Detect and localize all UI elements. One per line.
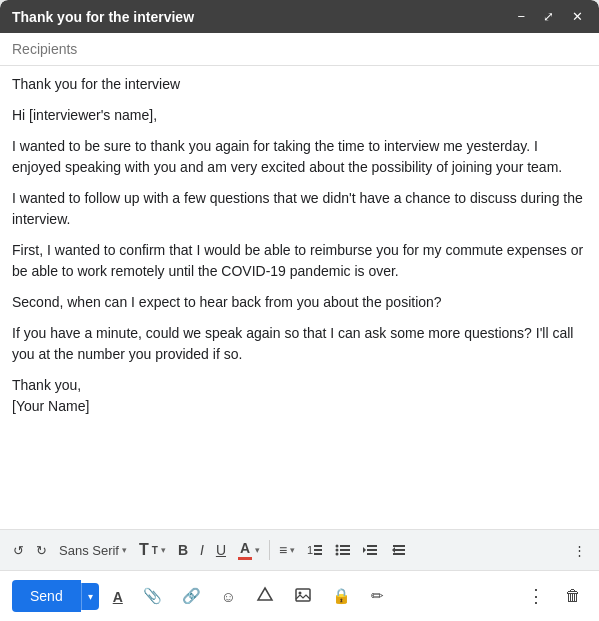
format-text-icon: A: [113, 589, 123, 605]
insert-photo-icon: [294, 586, 312, 604]
email-para1: I wanted to be sure to thank you again f…: [12, 136, 587, 178]
close-button[interactable]: ✕: [568, 8, 587, 25]
confidential-button[interactable]: 🔒: [326, 581, 357, 611]
font-size-subtext: T: [152, 545, 158, 556]
font-family-dropdown[interactable]: Sans Serif ▾: [54, 539, 132, 562]
italic-button[interactable]: I: [195, 538, 209, 562]
bold-button[interactable]: B: [173, 538, 193, 562]
insert-drive-icon: [256, 586, 274, 604]
svg-marker-18: [258, 588, 272, 600]
email-para2: I wanted to follow up with a few questio…: [12, 188, 587, 230]
align-caret: ▾: [290, 545, 295, 555]
undo-button[interactable]: ↺: [8, 539, 29, 562]
indent-more-icon: [391, 542, 407, 558]
svg-point-6: [336, 553, 339, 556]
more-formatting-icon: ⋮: [573, 543, 586, 558]
confidential-icon: 🔒: [332, 587, 351, 604]
more-options-icon: ⋮: [527, 586, 545, 606]
signature-icon: ✏: [371, 587, 384, 604]
indent-more-button[interactable]: [386, 538, 412, 562]
font-size-icon: T: [139, 541, 149, 559]
formatting-toolbar: ↺ ↻ Sans Serif ▾ T T ▾ B I U A ▾ ≡ ▾: [0, 529, 599, 570]
svg-rect-3: [314, 553, 322, 555]
email-closing: Thank you, [Your Name]: [12, 375, 587, 417]
email-body[interactable]: Thank you for the interview Hi [intervie…: [0, 66, 599, 529]
numbered-list-icon: 1.: [307, 542, 323, 558]
send-button[interactable]: Send: [12, 580, 81, 612]
send-row: Send ▾ A 📎 🔗 ☺: [0, 570, 599, 621]
signature-button[interactable]: ✏: [365, 581, 390, 611]
discard-button[interactable]: 🗑: [559, 581, 587, 611]
send-dropdown-icon: ▾: [88, 591, 93, 602]
svg-marker-17: [392, 547, 395, 553]
svg-rect-15: [395, 549, 405, 551]
insert-link-icon: 🔗: [182, 587, 201, 604]
text-color-bar: [238, 557, 252, 560]
toolbar-divider-1: [269, 540, 270, 560]
format-text-button[interactable]: A: [107, 582, 129, 611]
indent-less-icon: [363, 542, 379, 558]
svg-rect-10: [367, 545, 377, 547]
svg-rect-14: [393, 545, 405, 547]
recipients-row[interactable]: Recipients: [0, 33, 599, 66]
email-subject: Thank you for the interview: [12, 74, 587, 95]
more-options-button[interactable]: ⋮: [521, 579, 551, 613]
email-para5: If you have a minute, could we speak aga…: [12, 323, 587, 365]
minimize-button[interactable]: −: [513, 8, 529, 25]
send-button-group: Send ▾: [12, 580, 99, 612]
trash-icon: 🗑: [565, 587, 581, 604]
align-icon: ≡: [279, 542, 287, 558]
expand-button[interactable]: ⤢: [539, 8, 558, 25]
font-size-caret: ▾: [161, 545, 166, 555]
text-color-caret: ▾: [255, 545, 260, 555]
text-color-label: A: [240, 540, 250, 556]
underline-button[interactable]: U: [211, 538, 231, 562]
svg-rect-8: [340, 549, 350, 551]
title-bar-actions: − ⤢ ✕: [513, 8, 587, 25]
email-para4: Second, when can I expect to hear back f…: [12, 292, 587, 313]
font-family-caret: ▾: [122, 545, 127, 555]
svg-marker-13: [363, 547, 366, 553]
insert-drive-button[interactable]: [250, 580, 280, 613]
svg-point-20: [299, 591, 302, 594]
svg-rect-19: [296, 589, 310, 601]
send-dropdown-button[interactable]: ▾: [81, 583, 99, 610]
redo-button[interactable]: ↻: [31, 539, 52, 562]
text-color-dropdown[interactable]: A ▾: [233, 536, 265, 564]
svg-rect-9: [340, 553, 350, 555]
bullet-list-icon: [335, 542, 351, 558]
svg-point-4: [336, 545, 339, 548]
insert-emoji-button[interactable]: ☺: [215, 582, 242, 611]
svg-rect-12: [367, 553, 377, 555]
insert-photo-button[interactable]: [288, 580, 318, 613]
numbered-list-button[interactable]: 1.: [302, 538, 328, 562]
font-size-dropdown[interactable]: T T ▾: [134, 537, 171, 563]
compose-window: Thank you for the interview − ⤢ ✕ Recipi…: [0, 0, 599, 621]
svg-rect-16: [393, 553, 405, 555]
svg-rect-1: [314, 545, 322, 547]
recipients-placeholder: Recipients: [12, 41, 77, 57]
insert-link-button[interactable]: 🔗: [176, 581, 207, 611]
attach-file-button[interactable]: 📎: [137, 581, 168, 611]
attach-file-icon: 📎: [143, 587, 162, 604]
svg-rect-7: [340, 545, 350, 547]
window-title: Thank you for the interview: [12, 9, 194, 25]
title-bar: Thank you for the interview − ⤢ ✕: [0, 0, 599, 33]
indent-less-button[interactable]: [358, 538, 384, 562]
svg-point-5: [336, 549, 339, 552]
align-dropdown[interactable]: ≡ ▾: [274, 538, 300, 562]
svg-rect-11: [367, 549, 377, 551]
email-para3: First, I wanted to confirm that I would …: [12, 240, 587, 282]
font-family-label: Sans Serif: [59, 543, 119, 558]
bullet-list-button[interactable]: [330, 538, 356, 562]
more-formatting-button[interactable]: ⋮: [568, 539, 591, 562]
email-greeting: Hi [interviewer's name],: [12, 105, 587, 126]
insert-emoji-icon: ☺: [221, 588, 236, 605]
svg-rect-2: [314, 549, 322, 551]
